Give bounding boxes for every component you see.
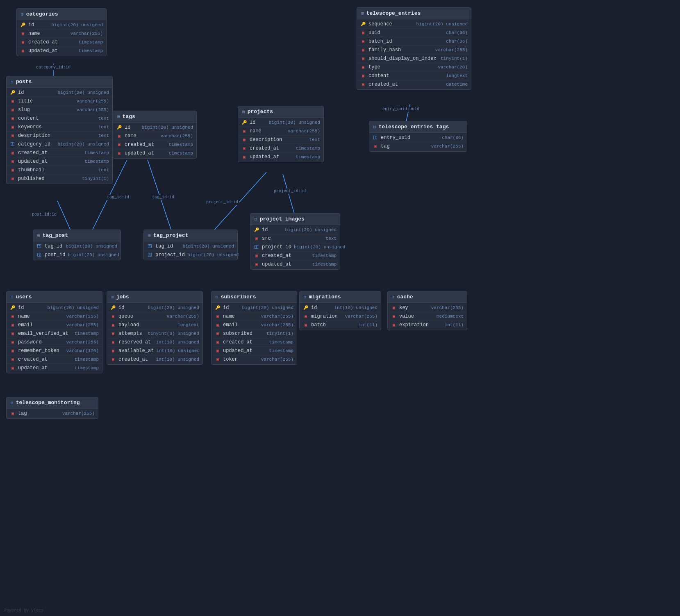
table-row: ▣ thumbnail text <box>7 166 112 175</box>
field-name: id <box>28 22 49 28</box>
field-name: available_at <box>118 348 154 354</box>
field-name: attempts <box>118 331 146 336</box>
field-type: timestamp <box>75 331 99 336</box>
table-row: ▣ reserved_at int(10) unsigned <box>107 338 202 347</box>
table-grid-icon: ⊞ <box>216 294 218 300</box>
table-row: ▣ created_at timestamp <box>212 338 297 347</box>
field-icon: ▣ <box>10 176 16 181</box>
field-icon: ▣ <box>110 323 116 327</box>
field-icon: ▣ <box>110 314 116 319</box>
field-name: family_hash <box>368 47 433 53</box>
table-row: ▣ description text <box>238 136 323 144</box>
db-canvas: category_id:id post_id:id tag_id:id tag_… <box>0 0 680 616</box>
table-body-tag-project: ⚿ tag_id bigint(20) unsigned ⚿ project_i… <box>144 241 237 260</box>
field-name: slug <box>18 107 74 113</box>
table-row: ▣ batch int(11) <box>300 321 381 329</box>
field-icon: ▣ <box>215 348 221 353</box>
field-name: payload <box>118 322 175 328</box>
table-header-project-images: ⊞ project_images <box>250 214 340 225</box>
table-row: ▣ name varchar(255) <box>113 132 196 141</box>
table-name-cache: cache <box>397 294 413 300</box>
fk-icon: ⚿ <box>36 252 42 257</box>
field-name: id <box>250 120 266 125</box>
field-icon: ▣ <box>360 73 366 78</box>
field-type: mediumtext <box>437 314 464 319</box>
field-name: remember_token <box>18 348 64 354</box>
field-type: tinyint(1) <box>82 176 109 181</box>
table-categories: ⊞ categories 🔑 id bigint(20) unsigned ▣ … <box>16 8 107 56</box>
field-name: subscribed <box>223 331 264 336</box>
field-type: varchar(20) <box>438 65 468 70</box>
field-name: keywords <box>18 124 96 130</box>
table-header-telescope-monitoring: ⊞ telescope_monitoring <box>7 397 98 409</box>
table-row: ▣ remember_token varchar(100) <box>7 347 102 355</box>
field-icon: ▣ <box>10 99 16 104</box>
field-name: migration <box>311 314 343 319</box>
field-name: id <box>118 305 146 311</box>
field-icon: ▣ <box>10 159 16 164</box>
field-icon: ▣ <box>373 144 378 149</box>
field-icon: ▣ <box>10 116 16 121</box>
table-row: ▣ updated_at timestamp <box>17 47 106 55</box>
table-row: ▣ title varchar(255) <box>7 97 112 106</box>
field-type: tinyint(1) <box>441 56 468 61</box>
table-row: ▣ email varchar(255) <box>212 321 297 330</box>
table-jobs: ⊞ jobs 🔑 id bigint(20) unsigned ▣ queue … <box>107 291 203 365</box>
field-type: timestamp <box>85 150 109 155</box>
table-project-images: ⊞ project_images 🔑 id bigint(20) unsigne… <box>250 213 340 270</box>
field-name: key <box>399 305 429 311</box>
table-row: 🔑 id bigint(20) unsigned <box>113 123 196 132</box>
field-name: description <box>18 133 96 139</box>
field-name: title <box>18 98 74 104</box>
field-icon: ▣ <box>215 340 221 345</box>
table-grid-icon: ⊞ <box>11 294 14 300</box>
table-header-tag-project: ⊞ tag_project <box>144 230 237 241</box>
field-type: timestamp <box>169 142 193 147</box>
table-name-project-images: project_images <box>260 216 305 222</box>
field-name: category_id <box>18 141 55 147</box>
field-type: timestamp <box>79 48 103 53</box>
table-row: ⚿ project_id bigint(20) unsigned <box>250 243 340 252</box>
field-name: id <box>18 90 55 95</box>
table-name-tag-project: tag_project <box>153 232 189 239</box>
table-row: ▣ key varchar(255) <box>388 304 467 312</box>
field-icon: ▣ <box>391 305 397 310</box>
field-name: created_at <box>118 357 153 362</box>
table-header-tags: ⊞ tags <box>113 111 196 123</box>
field-icon: ▣ <box>360 30 366 35</box>
table-row: ▣ created_at datetime <box>357 80 471 89</box>
field-type: bigint(20) unsigned <box>285 227 337 232</box>
table-name-telescope-monitoring: telescope_monitoring <box>16 400 80 406</box>
field-icon: ▣ <box>254 253 259 258</box>
table-name-subscribers: subscribers <box>221 294 256 300</box>
field-name: id <box>262 227 283 233</box>
field-name: reserved_at <box>118 339 153 345</box>
field-name: updated_at <box>125 150 166 156</box>
field-icon: ▣ <box>110 331 116 336</box>
field-icon: ▣ <box>20 40 26 45</box>
table-body-telescope-entries: 🔑 sequence bigint(20) unsigned ▣ uu1d ch… <box>357 19 471 89</box>
table-grid-icon: ⊞ <box>255 216 257 222</box>
table-grid-icon: ⊞ <box>361 11 364 16</box>
field-name: thumbnail <box>18 167 96 173</box>
field-name: id <box>311 305 332 311</box>
table-header-categories: ⊞ categories <box>17 9 106 20</box>
field-name: created_at <box>28 39 76 45</box>
field-name: expiration <box>399 322 442 328</box>
field-name: uu1d <box>368 30 443 36</box>
pk-icon: 🔑 <box>10 305 16 310</box>
field-name: created_at <box>262 253 310 259</box>
field-type: varchar(255) <box>71 31 103 36</box>
table-row: ▣ created_at timestamp <box>17 38 106 47</box>
table-row: ▣ updated_at timestamp <box>250 260 340 268</box>
table-row: ▣ created_at timestamp <box>250 252 340 260</box>
field-type: varchar(255) <box>288 129 320 134</box>
field-name: id <box>18 305 45 311</box>
field-type: bigint(20) unsigned <box>58 142 109 147</box>
field-icon: ▣ <box>215 314 221 319</box>
field-name: name <box>28 31 68 36</box>
field-type: bigint(20) unsigned <box>148 305 199 310</box>
field-type: varchar(255) <box>431 144 464 149</box>
field-name: post_id <box>45 252 65 258</box>
table-grid-icon: ⊞ <box>21 11 24 17</box>
